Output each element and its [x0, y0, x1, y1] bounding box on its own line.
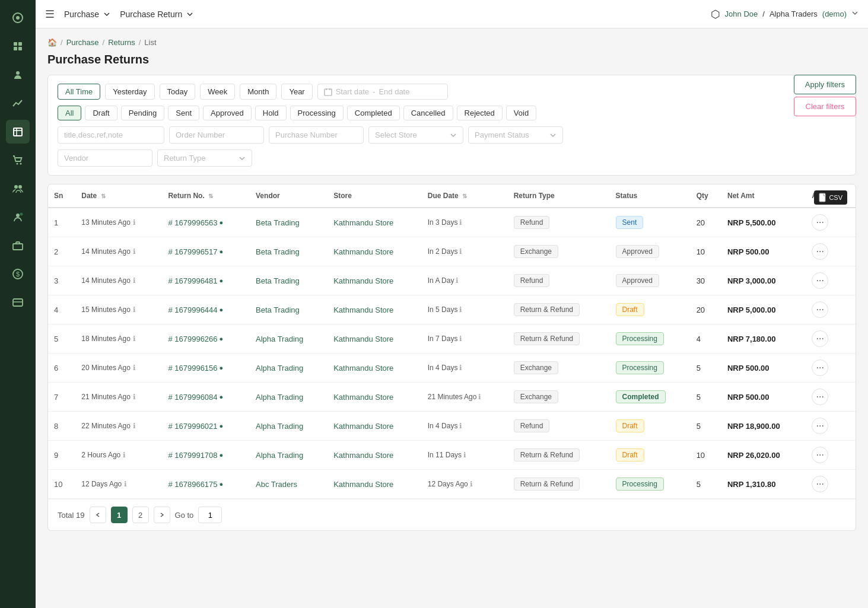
next-page-button[interactable] [154, 507, 170, 523]
purchase-number-input[interactable] [269, 126, 364, 144]
cell-qty: 5 [691, 383, 721, 412]
purchase-return-menu[interactable]: Purchase Return [120, 9, 193, 19]
status-btn-processing[interactable]: Processing [290, 106, 344, 120]
breadcrumb-returns[interactable]: Returns [108, 38, 135, 47]
cell-return-type: Return & Refund [508, 470, 610, 499]
return-type-placeholder: Return Type [164, 154, 235, 163]
select-store-placeholder: Select Store [375, 130, 446, 139]
cell-return-no: # 1679996266 ● [162, 324, 250, 354]
briefcase-icon[interactable] [6, 234, 30, 257]
order-number-input[interactable] [169, 126, 264, 144]
row-action-button[interactable]: ··· [812, 243, 828, 260]
time-btn-week[interactable]: Week [200, 84, 235, 100]
cell-return-no: # 1679996021 ● [162, 412, 250, 441]
cell-return-no: # 1679996444 ● [162, 295, 250, 324]
cell-return-no: # 1679996156 ● [162, 354, 250, 383]
payment-status-dropdown[interactable]: Payment Status [468, 126, 563, 144]
cart-icon[interactable] [6, 148, 30, 172]
cell-sn: 10 [48, 470, 75, 499]
status-badge: Processing [616, 478, 664, 491]
return-type-dropdown[interactable]: Return Type [157, 149, 252, 167]
title-search-input[interactable] [58, 126, 164, 144]
status-btn-hold[interactable]: Hold [255, 106, 287, 120]
cell-qty: 5 [691, 470, 721, 499]
cell-vendor: Beta Trading [250, 266, 328, 295]
cell-due-date: In 4 Days ℹ [422, 354, 508, 383]
col-due-date[interactable]: Due Date ⇅ [422, 184, 508, 208]
status-btn-draft[interactable]: Draft [85, 106, 117, 120]
users-icon[interactable] [6, 34, 30, 58]
status-btn-cancelled[interactable]: Cancelled [403, 106, 453, 120]
user-admin-icon[interactable] [6, 205, 30, 229]
cell-actions: ··· [806, 266, 856, 295]
cell-actions: ··· [806, 470, 856, 499]
cell-qty: 30 [691, 266, 721, 295]
cell-return-type: Exchange [508, 383, 610, 412]
date-range-input[interactable]: Start date - End date [317, 84, 448, 100]
csv-export-button[interactable]: CSV [814, 190, 847, 205]
github-icon: ⬡ [711, 8, 720, 21]
page-2-button[interactable]: 2 [132, 507, 149, 523]
row-action-button[interactable]: ··· [812, 330, 828, 347]
breadcrumb-purchase[interactable]: Purchase [66, 38, 99, 47]
svg-point-10 [17, 163, 18, 165]
time-btn-month[interactable]: Month [240, 84, 276, 100]
page-1-button[interactable]: 1 [111, 507, 128, 523]
select-store-dropdown[interactable]: Select Store [368, 126, 463, 144]
clear-filters-button[interactable]: Clear filters [794, 97, 856, 116]
chart-icon[interactable] [6, 91, 30, 115]
time-btn-today[interactable]: Today [160, 84, 196, 100]
col-return-no[interactable]: Return No. ⇅ [162, 184, 250, 208]
cell-actions: ··· [806, 295, 856, 324]
status-btn-void[interactable]: Void [506, 106, 536, 120]
prev-page-button[interactable] [90, 507, 106, 523]
row-action-button[interactable]: ··· [812, 447, 828, 463]
apply-filters-button[interactable]: Apply filters [794, 75, 856, 94]
building-icon[interactable] [6, 120, 30, 144]
cell-actions: ··· [806, 412, 856, 441]
row-action-button[interactable]: ··· [812, 272, 828, 289]
col-date[interactable]: Date ⇅ [75, 184, 162, 208]
dashboard-icon[interactable] [6, 6, 30, 30]
col-return-type: Return Type [508, 184, 610, 208]
col-qty: Qty [691, 184, 721, 208]
row-action-button[interactable]: ··· [812, 389, 828, 405]
row-action-button[interactable]: ··· [812, 476, 828, 492]
row-action-button[interactable]: ··· [812, 359, 828, 376]
cell-return-type: Return & Refund [508, 295, 610, 324]
status-btn-all[interactable]: All [58, 106, 81, 120]
status-btn-pending[interactable]: Pending [121, 106, 165, 120]
cell-return-type: Return & Refund [508, 441, 610, 470]
status-badge: Sent [616, 216, 644, 229]
status-btn-completed[interactable]: Completed [347, 106, 400, 120]
company-name: Alpha Traders [770, 9, 818, 18]
hamburger-icon[interactable]: ☰ [45, 8, 55, 21]
people-icon[interactable] [6, 177, 30, 200]
goto-page-input[interactable] [198, 507, 222, 523]
purchase-menu[interactable]: Purchase [64, 9, 110, 19]
row-action-button[interactable]: ··· [812, 301, 828, 318]
cell-return-no: # 1679996084 ● [162, 383, 250, 412]
status-btn-rejected[interactable]: Rejected [457, 106, 503, 120]
cell-sn: 4 [48, 295, 75, 324]
table-row: 8 22 Minutes Ago ℹ # 1679996021 ● Alpha … [48, 412, 856, 441]
breadcrumb-home[interactable]: 🏠 [47, 38, 57, 47]
status-btn-sent[interactable]: Sent [168, 106, 199, 120]
team-icon[interactable] [6, 291, 30, 314]
user-menu-chevron[interactable] [851, 9, 859, 18]
time-btn-yesterday[interactable]: Yesterday [105, 84, 154, 100]
row-action-button[interactable]: ··· [812, 214, 828, 231]
status-btn-approved[interactable]: Approved [203, 106, 252, 120]
time-btn-alltime[interactable]: All Time [58, 84, 100, 100]
cell-date: 2 Hours Ago ℹ [75, 441, 162, 470]
cell-store: Kathmandu Store [328, 354, 422, 383]
time-btn-year[interactable]: Year [281, 84, 312, 100]
person-icon[interactable] [6, 63, 30, 87]
cell-return-type: Exchange [508, 237, 610, 266]
table-header: Sn Date ⇅ Return No. ⇅ Vendor Store Due … [48, 184, 856, 208]
table-body: 1 13 Minutes Ago ℹ # 1679996563 ● Beta T… [48, 208, 856, 499]
dollar-icon[interactable]: $ [6, 262, 30, 286]
row-action-button[interactable]: ··· [812, 418, 828, 434]
cell-due-date: In 2 Days ℹ [422, 237, 508, 266]
vendor-input[interactable] [58, 149, 152, 167]
